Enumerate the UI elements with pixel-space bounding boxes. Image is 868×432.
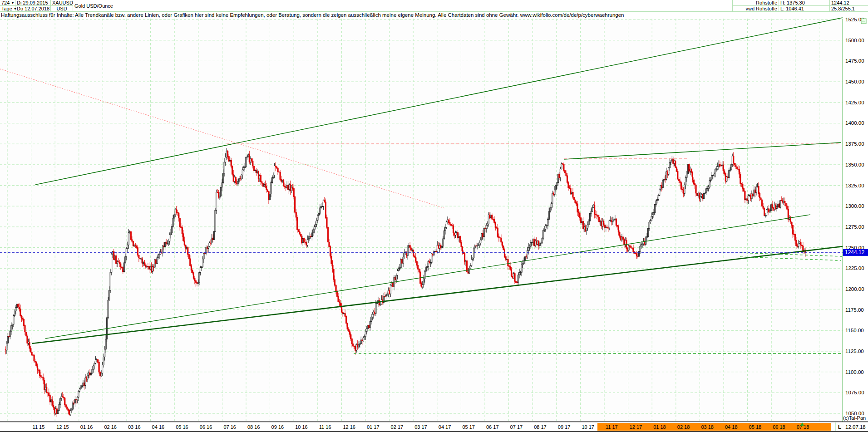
svg-text:10 16: 10 16: [295, 424, 308, 430]
svg-text:1244.12: 1244.12: [845, 249, 865, 255]
period-high-cell: H: 1375.30: [779, 0, 830, 6]
svg-text:02 16: 02 16: [104, 424, 117, 430]
svg-text:1225.00: 1225.00: [845, 265, 864, 271]
svg-text:1375.00: 1375.00: [845, 141, 864, 147]
svg-text:07 17: 07 17: [510, 424, 523, 430]
svg-text:09 17: 09 17: [558, 424, 571, 430]
svg-text:11 17: 11 17: [606, 424, 618, 430]
svg-text:1175.00: 1175.00: [845, 307, 864, 313]
svg-text:06 18: 06 18: [773, 424, 785, 430]
date-to-label: Do 12.07.2018: [17, 6, 49, 11]
copyright-label: (c)Tai-Pan: [843, 415, 866, 421]
range-info-cell: 25.8/255.1: [830, 6, 868, 12]
svg-text:01 17: 01 17: [367, 424, 380, 430]
svg-text:01 18: 01 18: [653, 424, 666, 430]
svg-text:03 16: 03 16: [128, 424, 141, 430]
currency-cell: USD: [51, 6, 73, 12]
chart-application-window: 1525.001500.001475.001450.001425.001400.…: [0, 0, 868, 432]
category-cell: Rohstoffe: [732, 0, 779, 6]
svg-text:11 16: 11 16: [319, 424, 331, 430]
symbol-label: XAUUSD: [52, 0, 73, 5]
range-info-label: 25.8/255.1: [831, 6, 855, 11]
category-label: Rohstoffe: [756, 0, 777, 5]
svg-text:12 15: 12 15: [56, 424, 69, 430]
svg-text:1350.00: 1350.00: [845, 162, 864, 167]
collapse-icon[interactable]: [861, 19, 866, 24]
instrument-name: Gold USD/Ounce: [74, 3, 113, 9]
svg-text:12 16: 12 16: [343, 424, 355, 430]
svg-text:05 16: 05 16: [176, 424, 188, 430]
last-label: L: [838, 424, 841, 430]
svg-text:1200.00: 1200.00: [845, 286, 864, 292]
svg-text:05 18: 05 18: [749, 424, 762, 430]
last-price-cell: 1244.12: [830, 0, 868, 6]
period-low-cell: L: 1046.41: [779, 6, 830, 12]
svg-text:06 17: 06 17: [486, 424, 499, 430]
period-value: 724: [1, 0, 10, 5]
svg-text:08 17: 08 17: [534, 424, 547, 430]
date-from-label: Di 29.09.2015: [17, 0, 48, 5]
svg-text:01 16: 01 16: [80, 424, 93, 430]
svg-text:12 17: 12 17: [630, 424, 642, 430]
svg-text:03 17: 03 17: [414, 424, 427, 430]
svg-text:02 18: 02 18: [677, 424, 690, 430]
svg-text:02 17: 02 17: [391, 424, 404, 430]
svg-text:03 18: 03 18: [701, 424, 714, 430]
svg-text:05 17: 05 17: [462, 424, 475, 430]
period-value-dropdown[interactable]: 724 ▼: [0, 0, 15, 6]
svg-text:1100.00: 1100.00: [845, 369, 864, 375]
toolbar: 724 ▼ Tage ▼ Di 29.09.2015 Do 12.07.2018…: [0, 0, 868, 12]
last-price-label: 1244.12: [831, 0, 849, 5]
svg-text:09 16: 09 16: [271, 424, 284, 430]
currency-label: USD: [56, 6, 67, 11]
last-date: 12.07.18: [845, 424, 866, 430]
period-unit-dropdown[interactable]: Tage ▼: [0, 6, 15, 12]
svg-text:08 16: 08 16: [247, 424, 260, 430]
svg-text:1325.00: 1325.00: [845, 183, 864, 188]
chevron-down-icon: ▼: [11, 1, 14, 5]
svg-text:1400.00: 1400.00: [845, 120, 864, 126]
svg-text:11 15: 11 15: [33, 424, 45, 430]
svg-text:1075.00: 1075.00: [845, 390, 864, 395]
svg-text:1425.00: 1425.00: [845, 100, 864, 105]
svg-text:1500.00: 1500.00: [845, 38, 864, 43]
svg-text:1475.00: 1475.00: [845, 58, 864, 64]
period-low-label: L: 1046.41: [780, 6, 804, 11]
symbol-cell: XAUUSD: [51, 0, 73, 6]
svg-text:1450.00: 1450.00: [845, 79, 864, 84]
source-label: vwd Rohstoffe: [745, 6, 777, 11]
svg-text:1125.00: 1125.00: [845, 349, 864, 354]
disclaimer-text: Haftungsausschluss für Inhalte: Alle Tre…: [1, 12, 867, 19]
svg-text:04 17: 04 17: [439, 424, 451, 430]
svg-text:1275.00: 1275.00: [845, 224, 864, 230]
price-chart-canvas[interactable]: 1525.001500.001475.001450.001425.001400.…: [0, 0, 868, 432]
period-high-label: H: 1375.30: [780, 0, 805, 5]
period-unit: Tage: [1, 6, 12, 11]
instrument-name-cell: Gold USD/Ounce: [73, 0, 732, 12]
source-cell: vwd Rohstoffe: [732, 6, 779, 12]
svg-text:07 16: 07 16: [223, 424, 236, 430]
svg-text:1300.00: 1300.00: [845, 203, 864, 209]
svg-text:10 17: 10 17: [582, 424, 594, 430]
date-from: Di 29.09.2015: [15, 0, 51, 6]
plot-area[interactable]: [0, 19, 843, 422]
svg-text:06 16: 06 16: [200, 424, 212, 430]
svg-text:04 16: 04 16: [152, 424, 165, 430]
svg-text:04 18: 04 18: [725, 424, 738, 430]
svg-text:1150.00: 1150.00: [845, 328, 864, 333]
date-to: Do 12.07.2018: [15, 6, 51, 12]
